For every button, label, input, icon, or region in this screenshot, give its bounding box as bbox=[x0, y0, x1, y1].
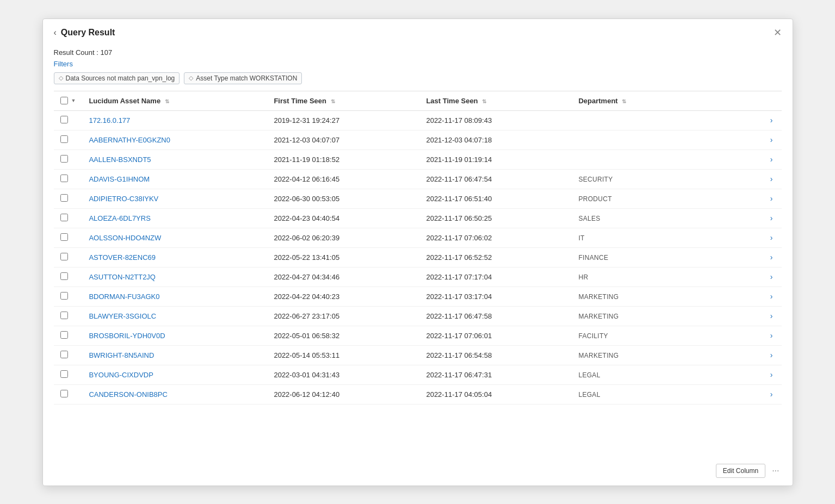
row-department-3: SECURITY bbox=[572, 169, 759, 189]
row-checkbox-11[interactable] bbox=[60, 331, 68, 339]
asset-name-link-8[interactable]: ASUTTON-N2TT2JQ bbox=[89, 273, 156, 281]
row-department-7: FINANCE bbox=[572, 247, 759, 267]
asset-name-link-11[interactable]: BROSBORIL-YDH0V0D bbox=[89, 332, 165, 340]
row-checkbox-3[interactable] bbox=[60, 175, 68, 182]
asset-name-link-2[interactable]: AALLEN-BSXNDT5 bbox=[89, 155, 151, 164]
select-all-checkbox[interactable] bbox=[60, 97, 68, 104]
row-asset-name-1: AABERNATHY-E0GKZN0 bbox=[82, 130, 267, 150]
column-header-department[interactable]: Department ⇅ bbox=[572, 91, 759, 111]
row-asset-name-11: BROSBORIL-YDH0V0D bbox=[82, 326, 267, 345]
table-row: AOLSSON-HDO4NZW 2022-06-02 06:20:39 2022… bbox=[54, 228, 782, 247]
edit-column-button[interactable]: Edit Column bbox=[716, 464, 765, 478]
row-action-1: › bbox=[760, 130, 782, 150]
row-checkbox-5[interactable] bbox=[60, 214, 68, 221]
row-checkbox-4[interactable] bbox=[60, 194, 68, 202]
select-dropdown-icon[interactable]: ▼ bbox=[71, 98, 76, 103]
row-last-seen-14: 2022-11-17 04:05:04 bbox=[419, 384, 572, 404]
row-detail-chevron-11[interactable]: › bbox=[770, 331, 773, 340]
row-action-3: › bbox=[760, 169, 782, 189]
asset-name-link-4[interactable]: ADIPIETRO-C38IYKV bbox=[89, 195, 158, 203]
row-last-seen-13: 2022-11-17 06:47:31 bbox=[419, 365, 572, 384]
row-detail-chevron-10[interactable]: › bbox=[770, 312, 773, 320]
row-detail-chevron-1[interactable]: › bbox=[770, 135, 773, 144]
row-detail-chevron-4[interactable]: › bbox=[770, 194, 773, 203]
query-result-modal: ‹ Query Result ✕ Result Count : 107 Filt… bbox=[42, 18, 793, 486]
row-checkbox-cell bbox=[54, 169, 83, 189]
row-department-4: PRODUCT bbox=[572, 189, 759, 208]
sort-first-icon[interactable]: ⇅ bbox=[331, 98, 335, 104]
row-detail-chevron-9[interactable]: › bbox=[770, 292, 773, 301]
filters-label[interactable]: Filters bbox=[54, 60, 782, 68]
sort-name-icon[interactable]: ⇅ bbox=[165, 98, 169, 104]
asset-name-link-12[interactable]: BWRIGHT-8N5AIND bbox=[89, 351, 154, 359]
row-detail-chevron-6[interactable]: › bbox=[770, 233, 773, 242]
row-detail-chevron-7[interactable]: › bbox=[770, 253, 773, 262]
asset-name-link-13[interactable]: BYOUNG-CIXDVDP bbox=[89, 371, 153, 379]
row-first-seen-5: 2022-04-23 04:40:54 bbox=[267, 208, 419, 228]
row-asset-name-8: ASUTTON-N2TT2JQ bbox=[82, 267, 267, 287]
asset-name-link-0[interactable]: 172.16.0.177 bbox=[89, 116, 130, 125]
column-header-first-seen[interactable]: First Time Seen ⇅ bbox=[267, 91, 419, 111]
filter-tag-0[interactable]: ◇Data Sources not match pan_vpn_log bbox=[54, 72, 180, 84]
asset-name-link-5[interactable]: ALOEZA-6DL7YRS bbox=[89, 214, 150, 222]
asset-name-link-14[interactable]: CANDERSON-ONIB8PC bbox=[89, 390, 167, 399]
row-checkbox-1[interactable] bbox=[60, 135, 68, 143]
row-first-seen-1: 2021-12-03 04:07:07 bbox=[267, 130, 419, 150]
row-checkbox-13[interactable] bbox=[60, 370, 68, 378]
row-checkbox-cell bbox=[54, 150, 83, 169]
column-header-name[interactable]: Lucidum Asset Name ⇅ bbox=[82, 91, 267, 111]
row-detail-chevron-5[interactable]: › bbox=[770, 214, 773, 222]
row-asset-name-3: ADAVIS-G1IHNOM bbox=[82, 169, 267, 189]
close-button[interactable]: ✕ bbox=[774, 28, 782, 38]
row-action-2: › bbox=[760, 150, 782, 169]
asset-name-link-9[interactable]: BDORMAN-FU3AGK0 bbox=[89, 293, 159, 301]
row-asset-name-6: AOLSSON-HDO4NZW bbox=[82, 228, 267, 247]
row-checkbox-14[interactable] bbox=[60, 390, 68, 397]
row-department-14: LEGAL bbox=[572, 384, 759, 404]
row-detail-chevron-14[interactable]: › bbox=[770, 390, 773, 399]
column-header-action bbox=[760, 91, 782, 111]
row-detail-chevron-12[interactable]: › bbox=[770, 351, 773, 359]
modal-title: Query Result bbox=[61, 28, 115, 38]
filter-tag-1[interactable]: ◇Asset Type match WORKSTATION bbox=[184, 72, 302, 84]
row-detail-chevron-3[interactable]: › bbox=[770, 175, 773, 183]
table-row: 172.16.0.177 2019-12-31 19:24:27 2022-11… bbox=[54, 110, 782, 130]
sort-last-icon[interactable]: ⇅ bbox=[482, 98, 486, 104]
column-header-last-seen[interactable]: Last Time Seen ⇅ bbox=[419, 91, 572, 111]
row-detail-chevron-0[interactable]: › bbox=[770, 116, 773, 125]
row-checkbox-9[interactable] bbox=[60, 292, 68, 300]
row-checkbox-7[interactable] bbox=[60, 253, 68, 260]
row-checkbox-2[interactable] bbox=[60, 155, 68, 163]
row-checkbox-0[interactable] bbox=[60, 116, 68, 123]
table-header-row: ▼ Lucidum Asset Name ⇅ First Time Seen ⇅ bbox=[54, 91, 782, 111]
row-detail-chevron-2[interactable]: › bbox=[770, 155, 773, 164]
row-last-seen-9: 2022-11-17 03:17:04 bbox=[419, 287, 572, 306]
row-detail-chevron-8[interactable]: › bbox=[770, 272, 773, 281]
asset-name-link-6[interactable]: AOLSSON-HDO4NZW bbox=[89, 234, 161, 242]
asset-name-link-7[interactable]: ASTOVER-82ENC69 bbox=[89, 253, 156, 262]
row-checkbox-6[interactable] bbox=[60, 233, 68, 241]
asset-name-link-1[interactable]: AABERNATHY-E0GKZN0 bbox=[89, 136, 170, 144]
row-last-seen-1: 2021-12-03 04:07:18 bbox=[419, 130, 572, 150]
more-options-button[interactable]: ··· bbox=[770, 465, 781, 477]
row-action-6: › bbox=[760, 228, 782, 247]
asset-name-link-10[interactable]: BLAWYER-3SGIOLC bbox=[89, 312, 156, 320]
table-row: BWRIGHT-8N5AIND 2022-05-14 05:53:11 2022… bbox=[54, 345, 782, 365]
row-checkbox-10[interactable] bbox=[60, 312, 68, 319]
row-checkbox-cell bbox=[54, 267, 83, 287]
row-asset-name-10: BLAWYER-3SGIOLC bbox=[82, 306, 267, 326]
row-action-4: › bbox=[760, 189, 782, 208]
asset-name-link-3[interactable]: ADAVIS-G1IHNOM bbox=[89, 175, 150, 183]
row-department-2 bbox=[572, 150, 759, 169]
select-all-header: ▼ bbox=[54, 91, 83, 111]
row-checkbox-12[interactable] bbox=[60, 351, 68, 358]
back-button[interactable]: ‹ bbox=[54, 28, 57, 38]
row-detail-chevron-13[interactable]: › bbox=[770, 370, 773, 379]
results-table: ▼ Lucidum Asset Name ⇅ First Time Seen ⇅ bbox=[54, 91, 782, 405]
row-checkbox-8[interactable] bbox=[60, 272, 68, 280]
sort-dept-icon[interactable]: ⇅ bbox=[622, 98, 626, 104]
row-checkbox-cell bbox=[54, 384, 83, 404]
column-last-label: Last Time Seen bbox=[426, 97, 478, 105]
table-row: AALLEN-BSXNDT5 2021-11-19 01:18:52 2021-… bbox=[54, 150, 782, 169]
row-checkbox-cell bbox=[54, 228, 83, 247]
